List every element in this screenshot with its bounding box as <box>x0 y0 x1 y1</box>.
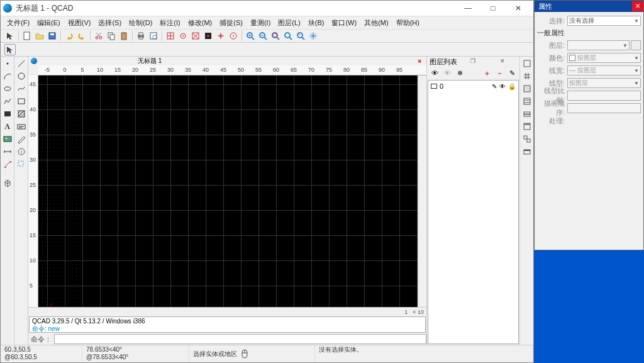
snap-axis-button[interactable] <box>228 30 239 42</box>
svg-point-34 <box>18 73 25 79</box>
doc-tab[interactable]: 无标题 1 <box>138 57 162 65</box>
menu-dim[interactable]: 标注(I) <box>156 17 184 29</box>
layer-remove-button[interactable]: － <box>494 68 504 78</box>
menu-view[interactable]: 视图(V) <box>64 17 95 29</box>
text-tool[interactable]: A <box>2 121 13 132</box>
menu-draw[interactable]: 绘制(D) <box>125 17 156 29</box>
menu-select[interactable]: 选择(S) <box>94 17 125 29</box>
modify-tool[interactable] <box>16 133 27 145</box>
doc-tab-close-icon[interactable]: × <box>415 58 424 65</box>
layer-visible-all-icon[interactable]: 👁 <box>430 68 440 78</box>
menu-help[interactable]: 帮助(H) <box>392 17 423 29</box>
prop-select-dropdown[interactable]: 没有选择 ▼ <box>567 16 641 26</box>
snap-mid-button[interactable] <box>190 30 201 42</box>
svg-rect-45 <box>524 114 530 116</box>
dimension-tool[interactable] <box>2 146 13 157</box>
zoom-prev-button[interactable] <box>295 30 306 42</box>
3d-tool[interactable] <box>2 177 13 189</box>
layer-freeze-all-icon[interactable]: 👁 <box>442 68 452 78</box>
minimize-button[interactable]: — <box>455 1 480 15</box>
redo-button[interactable] <box>76 30 87 42</box>
label-tool[interactable] <box>16 121 27 132</box>
menu-misc[interactable]: 其他(M) <box>360 17 392 29</box>
save-button[interactable] <box>47 30 58 42</box>
spline-tool[interactable] <box>16 83 27 94</box>
prop-color-field[interactable]: 按图层 ▼ <box>567 53 641 63</box>
view-grid-icon[interactable] <box>521 70 533 82</box>
info-tool[interactable]: i <box>16 146 27 157</box>
scrollbar-vertical[interactable] <box>418 75 426 307</box>
view-props-icon[interactable] <box>521 121 533 132</box>
measure-tool[interactable] <box>2 159 13 170</box>
close-button[interactable]: ✕ <box>506 1 531 15</box>
snap-end-button[interactable] <box>177 30 189 42</box>
maximize-button[interactable]: □ <box>480 1 506 15</box>
arc-tool[interactable] <box>2 70 13 82</box>
scrollbar-horizontal[interactable] <box>38 308 402 316</box>
rectangle-tool[interactable] <box>16 96 27 107</box>
tool-palette-col2: i <box>14 57 28 345</box>
view-iso-icon[interactable] <box>521 83 533 94</box>
prop-layer-extra-button[interactable] <box>631 40 641 50</box>
prop-ltscale-field[interactable] <box>567 91 641 101</box>
select-tool[interactable] <box>16 159 27 170</box>
snap-intersect-button[interactable] <box>215 30 226 42</box>
zoom-out-button[interactable] <box>257 30 269 42</box>
menu-block[interactable]: 块(B) <box>304 17 328 29</box>
view-layers-icon[interactable] <box>521 108 533 120</box>
menu-snap[interactable]: 捕捉(S) <box>216 17 247 29</box>
hatch-tool[interactable] <box>16 108 27 120</box>
print-preview-button[interactable] <box>148 30 159 42</box>
rect-fill-tool[interactable] <box>2 108 13 120</box>
layer-lock-row-icon[interactable]: 🔒 <box>508 83 516 90</box>
prop-draworder-field[interactable] <box>567 103 641 113</box>
ellipse-tool[interactable] <box>2 83 13 94</box>
view-blocks-icon[interactable] <box>521 133 533 145</box>
layer-visible-icon[interactable]: 👁 <box>499 83 506 90</box>
image-tool[interactable] <box>2 133 13 145</box>
prop-layer-field[interactable]: ▼ <box>567 40 630 50</box>
layer-edit-icon[interactable]: ✎ <box>492 83 497 90</box>
prop-lw-field[interactable]: — 按图层 ▼ <box>567 65 641 75</box>
open-button[interactable] <box>34 30 45 42</box>
snap-grid-button[interactable] <box>165 30 176 42</box>
line-tool[interactable] <box>16 58 27 69</box>
menu-measure[interactable]: 量测(I) <box>247 17 274 29</box>
circle-tool[interactable] <box>16 70 27 82</box>
zoom-window-button[interactable] <box>282 30 294 42</box>
print-button[interactable] <box>135 30 147 42</box>
menu-file[interactable]: 文件(F) <box>3 17 33 29</box>
undo-button[interactable] <box>64 30 75 42</box>
snap-center-button[interactable] <box>203 30 214 42</box>
paste-button[interactable] <box>118 30 130 42</box>
menu-window[interactable]: 窗口(W) <box>328 17 360 29</box>
new-button[interactable] <box>21 30 33 42</box>
layer-row-0[interactable]: 0 ✎ 👁 🔒 <box>428 81 518 92</box>
zoom-auto-button[interactable] <box>270 30 281 42</box>
view-cmd-icon[interactable] <box>521 146 533 157</box>
command-input[interactable] <box>54 334 426 344</box>
cut-button[interactable] <box>93 30 104 42</box>
properties-close-button[interactable]: ✕ <box>632 1 643 11</box>
menu-modify[interactable]: 修改(M) <box>184 17 216 29</box>
drawing-canvas[interactable] <box>38 75 418 307</box>
view-top-icon[interactable] <box>521 58 533 69</box>
pan-button[interactable] <box>308 30 319 42</box>
copy-button[interactable] <box>106 30 117 42</box>
zoom-in-button[interactable] <box>245 30 256 42</box>
layer-add-button[interactable]: ＋ <box>482 68 492 78</box>
polyline-tool[interactable] <box>2 96 13 107</box>
view-ortho-icon[interactable] <box>521 96 533 107</box>
point-tool[interactable] <box>2 58 13 69</box>
layer-edit-button[interactable]: ✎ <box>507 68 517 78</box>
layer-list[interactable]: 0 ✎ 👁 🔒 <box>428 80 519 344</box>
reset-tool-button[interactable] <box>4 44 16 55</box>
prop-lt-field[interactable]: 按图层 ▼ <box>567 78 641 88</box>
status-abs-coord: 60.3,50.5 <box>4 346 78 354</box>
layer-panel-float-icon[interactable]: ❐ <box>458 58 487 65</box>
layer-lock-icon[interactable]: ❄ <box>455 68 465 78</box>
menu-edit[interactable]: 编辑(E) <box>33 17 64 29</box>
pointer-button[interactable] <box>4 30 16 42</box>
layer-panel-close-icon[interactable]: ✕ <box>488 58 517 65</box>
menu-layer[interactable]: 图层(L) <box>274 17 304 29</box>
